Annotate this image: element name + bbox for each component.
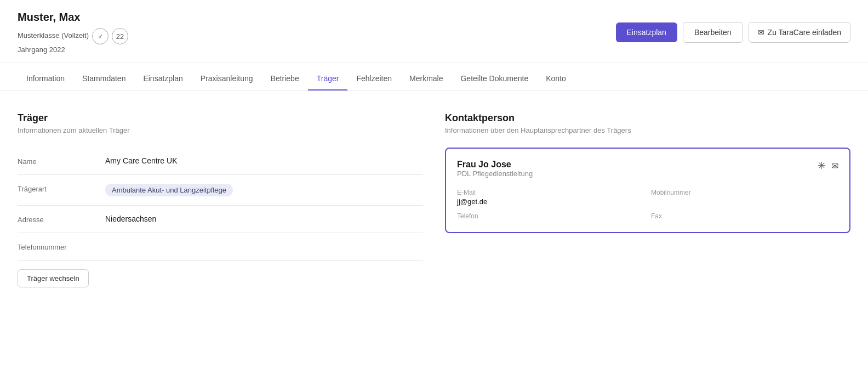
star-icon[interactable]: ✳ (818, 160, 826, 172)
age-value: 22 (116, 32, 124, 41)
tab-information[interactable]: Information (18, 67, 73, 91)
traeger-panel: Träger Informationen zum aktuellen Träge… (18, 112, 423, 287)
field-traegerart-value: Ambulante Akut- und Langzeitpflege (105, 184, 423, 196)
student-year: Jahrgang 2022 (18, 46, 128, 54)
student-name: Muster, Max (18, 11, 128, 24)
kontakt-subtitle: Informationen über den Hauptansprechpart… (445, 126, 850, 134)
header-info: Muster, Max Musterklasse (Vollzeit) ♂ 22… (18, 11, 128, 54)
contact-name: Frau Jo Jose (457, 160, 533, 169)
field-name-value: Amy Care Centre UK (105, 156, 423, 165)
header-actions: Einsatzplan Bearbeiten ✉ Zu TaraCare ein… (616, 22, 851, 43)
taracare-button[interactable]: ✉ Zu TaraCare einladen (749, 22, 850, 43)
field-name: Name Amy Care Centre UK (18, 148, 423, 175)
page-header: Muster, Max Musterklasse (Vollzeit) ♂ 22… (0, 0, 868, 63)
contact-fax-field: Fax (651, 212, 838, 221)
tab-praxisanleitung[interactable]: Praxisanleitung (192, 67, 262, 91)
gender-icon: ♂ (98, 32, 103, 41)
tab-stammdaten[interactable]: Stammdaten (73, 67, 134, 91)
contact-name-block: Frau Jo Jose PDL Pflegedienstleitung (457, 160, 533, 187)
contact-telefon-label: Telefon (457, 212, 644, 220)
contact-card-header: Frau Jo Jose PDL Pflegedienstleitung ✳ ✉ (457, 160, 838, 187)
tab-konto[interactable]: Konto (537, 67, 575, 91)
main-content: Träger Informationen zum aktuellen Träge… (0, 91, 868, 309)
contact-email-label: E-Mail (457, 189, 644, 196)
contact-fields: E-Mail jj@get.de Mobilnummer Telefon Fax (457, 189, 838, 221)
nav-tabs: Information Stammdaten Einsatzplan Praxi… (0, 67, 868, 91)
tab-einsatzplan[interactable]: Einsatzplan (134, 67, 191, 91)
bearbeiten-button[interactable]: Bearbeiten (683, 22, 743, 43)
field-telefonnummer-label: Telefonnummer (18, 242, 105, 251)
traeger-title: Träger (18, 112, 423, 124)
tab-merkmale[interactable]: Merkmale (401, 67, 452, 91)
field-adresse-label: Adresse (18, 214, 105, 224)
age-badge: 22 (112, 28, 128, 44)
student-class: Musterklasse (Vollzeit) (18, 31, 89, 39)
tab-traeger[interactable]: Träger (308, 67, 348, 91)
contact-telefon-field: Telefon (457, 212, 644, 221)
contact-mobilnummer-label: Mobilnummer (651, 189, 838, 196)
field-adresse: Adresse Niedersachsen (18, 206, 423, 233)
field-traegerart-label: Trägerart (18, 184, 105, 193)
traeger-wechseln-button[interactable]: Träger wechseln (18, 269, 89, 287)
traegerart-tag: Ambulante Akut- und Langzeitpflege (105, 184, 233, 196)
kontakt-title: Kontaktperson (445, 112, 850, 124)
field-traegerart: Trägerart Ambulante Akut- und Langzeitpf… (18, 175, 423, 206)
contact-email-field: E-Mail jj@get.de (457, 189, 644, 206)
contact-email-value: jj@get.de (457, 197, 644, 206)
field-adresse-value: Niedersachsen (105, 214, 423, 223)
field-name-label: Name (18, 156, 105, 166)
traeger-subtitle: Informationen zum aktuellen Träger (18, 126, 423, 134)
contact-fax-label: Fax (651, 212, 838, 220)
kontakt-panel: Kontaktperson Informationen über den Hau… (445, 112, 850, 287)
tab-betriebe[interactable]: Betriebe (262, 67, 308, 91)
header-badges: ♂ 22 (92, 28, 128, 44)
einsatzplan-button[interactable]: Einsatzplan (616, 22, 677, 42)
mail-icon: ✉ (758, 28, 764, 37)
contact-role: PDL Pflegedienstleitung (457, 169, 533, 178)
field-telefonnummer: Telefonnummer (18, 233, 423, 261)
contact-action-icons: ✳ ✉ (818, 160, 838, 172)
tab-geteilte-dokumente[interactable]: Geteilte Dokumente (452, 67, 537, 91)
tab-fehlzeiten[interactable]: Fehlzeiten (347, 67, 401, 91)
contact-card: Frau Jo Jose PDL Pflegedienstleitung ✳ ✉… (445, 148, 850, 233)
contact-mail-icon[interactable]: ✉ (831, 161, 838, 171)
contact-mobilnummer-field: Mobilnummer (651, 189, 838, 206)
gender-badge: ♂ (92, 28, 108, 44)
